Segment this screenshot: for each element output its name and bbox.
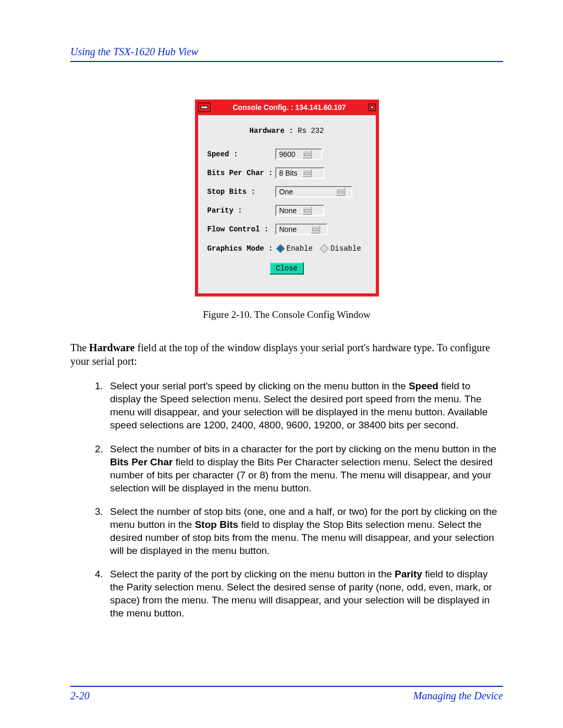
speed-dropdown[interactable]: 9600 [275,149,322,160]
running-header: Using the TSX-1620 Hub View [70,46,503,58]
dropdown-icon [311,225,320,233]
step-4: Select the parity of the port by clickin… [106,567,503,620]
hardware-label: Hardware : [250,127,293,135]
step-3: Select the number of stop bits (one, one… [106,505,503,557]
radio-disable-label: Disable [331,244,361,253]
stopbits-label: Stop Bits : [207,188,275,196]
stopbits-value: One [277,188,336,196]
stopbits-dropdown[interactable]: One [275,186,352,198]
flow-label: Flow Control : [207,225,275,233]
figure: Console Config. : 134.141.60.107 Hardwar… [70,100,503,320]
graphics-mode-label: Graphics Mode : [207,244,274,253]
bpc-value: 8 Bits [277,169,302,177]
header-rule [70,61,503,62]
bpc-label: Bits Per Char : [207,169,275,177]
graphics-mode-row: Graphics Mode : Enable Disable [207,244,366,253]
radio-enable[interactable] [276,244,285,253]
figure-caption: Figure 2-10. The Console Config Window [203,309,371,320]
dropdown-icon [302,169,312,177]
minimize-icon[interactable] [369,104,376,111]
flow-value: None [277,225,311,233]
bpc-dropdown[interactable]: 8 Bits [275,167,324,179]
page-number: 2-20 [70,690,90,702]
speed-label: Speed : [207,150,275,158]
flow-dropdown[interactable]: None [275,224,327,235]
intro-bold: Hardware [89,342,134,353]
intro-paragraph: The Hardware field at the top of the win… [70,341,503,368]
window-titlebar: Console Config. : 134.141.60.107 [198,103,376,112]
parity-dropdown[interactable]: None [275,205,324,216]
radio-enable-label: Enable [287,244,313,253]
parity-value: None [277,206,302,215]
radio-disable[interactable] [320,244,328,253]
hardware-row: Hardware : Rs 232 [207,127,366,135]
footer: 2-20 Managing the Device [70,686,503,702]
step-2: Select the number of bits in a character… [106,442,503,495]
footer-section: Managing the Device [413,690,503,702]
step-1: Select your serial port's speed by click… [106,379,503,431]
dropdown-icon [336,188,345,196]
system-menu-icon[interactable] [198,103,211,112]
close-button[interactable]: Close [270,262,304,275]
dropdown-icon [302,150,312,158]
console-config-window: Console Config. : 134.141.60.107 Hardwar… [195,100,379,297]
window-title: Console Config. : 134.141.60.107 [211,103,369,112]
speed-value: 9600 [277,150,302,158]
steps-list: Select your serial port's speed by click… [70,379,503,620]
hardware-value: Rs 232 [298,127,324,135]
parity-label: Parity : [207,206,275,215]
dropdown-icon [302,206,312,215]
